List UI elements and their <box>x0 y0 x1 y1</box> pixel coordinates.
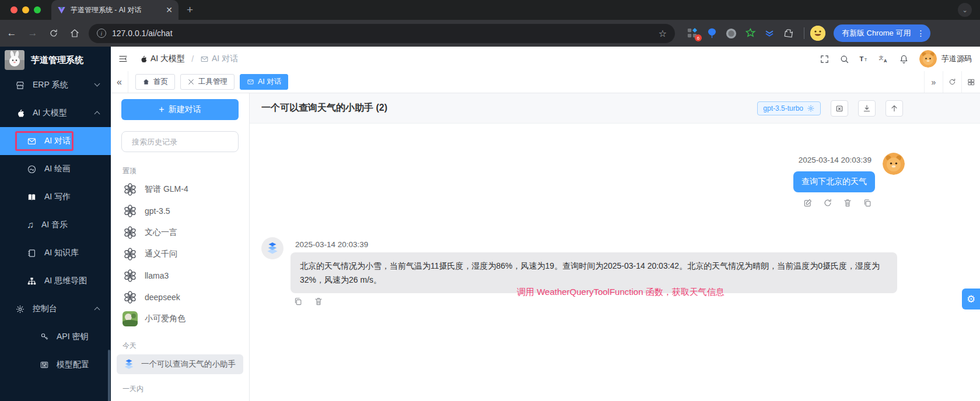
extensions-puzzle-icon[interactable] <box>783 27 794 39</box>
back-icon[interactable]: ← <box>2 24 21 43</box>
extension-star-icon[interactable] <box>744 27 756 39</box>
app-sidebar: 芋道管理系统 ERP 系统 AI 大模型 AI 对话 AI 绘画 AI 写作 ♫… <box>0 47 111 401</box>
history-search-input[interactable] <box>132 138 235 146</box>
window-controls[interactable] <box>10 6 43 13</box>
favicon-vite-icon <box>57 6 66 15</box>
tag-home[interactable]: 首页 <box>135 74 175 90</box>
user-name[interactable]: 芋道源码 <box>942 54 972 64</box>
sidebar-item-ai-draw[interactable]: AI 绘画 <box>0 155 111 183</box>
reload-icon[interactable] <box>44 24 63 43</box>
site-info-icon[interactable]: i <box>97 29 106 38</box>
sidebar-item-label: AI 音乐 <box>41 220 68 230</box>
openai-icon <box>123 268 138 283</box>
model-select-pill[interactable]: gpt-3.5-turbo <box>757 101 821 115</box>
close-window-button[interactable] <box>10 6 18 13</box>
history-search[interactable] <box>121 131 239 152</box>
chrome-update-chip[interactable]: 有新版 Chrome 可用 ⋮ <box>834 24 930 42</box>
conversation-item[interactable]: 文心一言 <box>111 221 249 243</box>
sidebar-item-ai-music[interactable]: ♫ AI 音乐 <box>0 211 111 239</box>
sidebar-item-ai-write[interactable]: AI 写作 <box>0 183 111 211</box>
url-text[interactable]: 127.0.0.1/ai/chat <box>112 29 653 38</box>
tag-layout-icon[interactable] <box>961 71 980 93</box>
forward-icon[interactable]: → <box>23 24 42 43</box>
tags-scroll-right-icon[interactable]: » <box>924 71 943 93</box>
fullscreen-icon[interactable] <box>814 49 834 69</box>
conversation-item[interactable]: 智谱 GLM-4 <box>111 178 249 200</box>
mindmap-icon <box>27 276 37 286</box>
sidebar-item-label: 控制台 <box>33 304 57 314</box>
browser-tab[interactable]: 芋道管理系统 - AI 对话 ✕ <box>51 0 178 20</box>
conversation-item[interactable]: 通义千问 <box>111 243 249 265</box>
copy-icon[interactable] <box>293 296 303 307</box>
sidebar-item-api-key[interactable]: API 密钥 <box>0 323 111 351</box>
sidebar-scrollbar[interactable] <box>108 350 110 401</box>
tab-close-icon[interactable]: ✕ <box>166 5 173 15</box>
conversation-item[interactable]: llama3 <box>111 265 249 286</box>
scroll-to-top-button[interactable] <box>886 100 903 117</box>
browser-tabstrip: 芋道管理系统 - AI 对话 ✕ + ⌄ <box>0 0 980 20</box>
conversation-item[interactable]: deepseek <box>111 286 249 308</box>
conversation-name: 智谱 GLM-4 <box>145 184 188 195</box>
sidebar-item-ai-chat[interactable]: AI 对话 <box>0 127 111 155</box>
breadcrumb-parent-label: AI 大模型 <box>150 54 185 64</box>
sidebar-item-model-config[interactable]: 模型配置 <box>0 351 111 379</box>
refresh-icon[interactable] <box>822 198 833 208</box>
new-chat-label: 新建对话 <box>169 104 201 115</box>
draw-icon <box>27 164 37 174</box>
assistant-avatar <box>261 237 284 259</box>
copy-icon[interactable] <box>862 198 873 208</box>
tag-refresh-icon[interactable] <box>943 71 961 93</box>
translate-icon[interactable]: 文A <box>874 49 894 69</box>
sidebar-item-label: ERP 系统 <box>33 80 68 90</box>
browser-toolbar: ← → i 127.0.0.1/ai/chat ☆ 6 <box>0 20 980 47</box>
sidebar-item-console[interactable]: 控制台 <box>0 295 111 323</box>
browser-menu-icon[interactable]: ⋮ <box>914 29 927 38</box>
extension-tampermonkey-icon[interactable]: 6 <box>687 27 698 39</box>
breadcrumb: AI 大模型 / AI 对话 <box>139 54 238 64</box>
settings-drawer-button[interactable]: ⚙ <box>962 289 980 309</box>
browser-profile-avatar[interactable] <box>810 26 825 41</box>
tag-ai-chat[interactable]: AI 对话 <box>240 74 288 90</box>
new-chat-button[interactable]: + 新建对话 <box>121 99 239 120</box>
search-icon[interactable] <box>834 49 854 69</box>
sidebar-item-label: AI 写作 <box>44 192 71 202</box>
app-logo-row[interactable]: 芋道管理系统 <box>0 47 111 71</box>
edit-icon[interactable] <box>803 198 813 208</box>
notification-bell-icon[interactable] <box>894 49 914 69</box>
breadcrumb-parent[interactable]: AI 大模型 <box>139 54 185 64</box>
conversation-item-active[interactable]: 一个可以查询天气的小助手 <box>117 354 243 374</box>
extension-balloon-icon[interactable] <box>706 27 718 39</box>
extension-circle-icon[interactable] <box>725 27 737 39</box>
sidebar-item-ai-mindmap[interactable]: AI 思维导图 <box>0 267 111 295</box>
maximize-window-button[interactable] <box>34 6 41 13</box>
tab-search-button[interactable]: ⌄ <box>958 3 972 17</box>
app-logo <box>5 50 24 70</box>
tag-tool-manage[interactable]: 工具管理 <box>180 74 235 90</box>
write-icon <box>27 192 37 202</box>
collapse-menu-icon[interactable] <box>114 50 132 68</box>
download-button[interactable] <box>858 100 876 117</box>
minimize-window-button[interactable] <box>22 6 29 13</box>
home-icon[interactable] <box>65 24 84 43</box>
font-size-icon[interactable]: TT <box>854 49 874 69</box>
url-bar[interactable]: i 127.0.0.1/ai/chat ☆ <box>89 24 675 43</box>
conversation-item[interactable]: 小可爱角色 <box>111 308 249 329</box>
sidebar-item-label: AI 知识库 <box>44 248 79 258</box>
conversation-item[interactable]: gpt-3.5 <box>111 200 249 221</box>
mail-icon <box>27 136 37 146</box>
user-avatar[interactable] <box>919 50 937 68</box>
apple-icon <box>139 55 148 64</box>
user-message-bubble: 查询下北京的天气 <box>793 171 875 192</box>
tags-scroll-left-icon[interactable]: « <box>111 71 128 93</box>
sidebar-item-ai-knowledge[interactable]: AI 知识库 <box>0 239 111 267</box>
delete-icon[interactable] <box>313 296 324 307</box>
clear-conversation-button[interactable] <box>831 100 848 117</box>
delete-icon[interactable] <box>842 198 853 208</box>
shop-icon <box>15 80 25 90</box>
sidebar-item-erp[interactable]: ERP 系统 <box>0 71 111 99</box>
extension-chevrons-icon[interactable] <box>764 27 775 39</box>
new-tab-button[interactable]: + <box>187 3 193 16</box>
bookmark-star-icon[interactable]: ☆ <box>659 28 667 39</box>
gear-icon[interactable] <box>807 104 815 112</box>
sidebar-item-ai-model[interactable]: AI 大模型 <box>0 99 111 127</box>
